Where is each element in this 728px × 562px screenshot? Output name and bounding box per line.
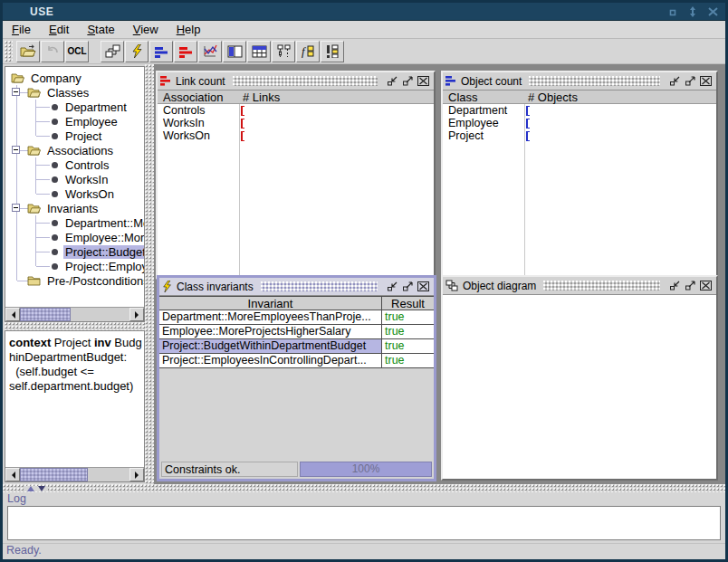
class-invariants-titlebar[interactable]: Class invariants [159, 278, 434, 296]
column-header-links[interactable]: # Links [237, 90, 434, 103]
tree-expander-associations[interactable] [12, 146, 20, 154]
scroll-right-button[interactable] [129, 468, 144, 481]
column-header-association[interactable]: Association [158, 90, 237, 103]
window-maximize-button[interactable] [685, 5, 700, 18]
column-header-class[interactable]: Class [443, 90, 522, 103]
object-properties-view-button[interactable] [223, 41, 246, 62]
object-diagram-titlebar[interactable]: Object diagram [443, 277, 716, 295]
open-file-button[interactable] [16, 41, 40, 62]
table-row[interactable]: Project [443, 129, 716, 142]
tree-item-invariant-department[interactable]: Department::Mo [52, 215, 144, 230]
frame-maximize-button[interactable] [400, 280, 416, 294]
table-row[interactable]: WorksIn [158, 117, 434, 129]
table-row[interactable]: Department [443, 104, 716, 117]
table-row[interactable]: Controls [158, 104, 434, 117]
frame-minimize-button[interactable] [385, 74, 400, 89]
frame-close-button[interactable] [416, 280, 431, 294]
maximize-icon [402, 76, 414, 86]
tree-item-worksin[interactable]: WorksIn [52, 172, 110, 186]
tree-item-workson[interactable]: WorksOn [52, 186, 116, 201]
tree-item-controls[interactable]: Controls [52, 157, 110, 172]
log-splitter[interactable] [3, 484, 725, 492]
invariant-row[interactable]: Project::EmployeesInControllingDepart...… [159, 354, 434, 368]
class-invariants-view-button[interactable] [125, 41, 148, 62]
log-text-area[interactable] [7, 506, 721, 540]
menu-edit[interactable]: Edit [45, 21, 78, 38]
column-header-result[interactable]: Result [382, 297, 434, 310]
table-header[interactable]: Association # Links [158, 90, 434, 104]
object-diagram-frame[interactable]: Object diagram [441, 275, 718, 481]
class-invariants-frame[interactable]: Class invariants Invariant Result Depart… [157, 275, 436, 481]
scroll-left-button[interactable] [5, 468, 20, 481]
tree-expander-invariants[interactable] [12, 204, 20, 212]
toolbar-grip[interactable] [5, 41, 13, 62]
scroll-right-button[interactable] [129, 308, 144, 321]
frame-maximize-button[interactable] [400, 74, 416, 89]
tree-item-invariant-project-budget[interactable]: Project::Budget [52, 244, 144, 259]
class-extent-view-button[interactable] [247, 41, 271, 62]
scrollbar-thumb[interactable] [20, 308, 71, 321]
class-diagram-view-button[interactable] [101, 41, 124, 62]
menu-view[interactable]: View [129, 21, 168, 38]
splitter-expand-up-icon[interactable] [27, 486, 34, 491]
use-main-window: USE File Edit State View Help O [0, 0, 728, 562]
splitter-collapse-down-icon[interactable] [38, 486, 45, 491]
tree-item-associations[interactable]: Associations [27, 143, 115, 157]
tree-item-preconditions[interactable]: Pre-/Postconditions [27, 273, 144, 288]
table-header[interactable]: Class # Objects [443, 90, 716, 104]
object-count-titlebar[interactable]: Object count [443, 72, 716, 90]
window-titlebar[interactable]: USE [3, 3, 725, 21]
tree-item-invariants[interactable]: Invariants [27, 201, 100, 215]
tree-item-invariant-employee[interactable]: Employee::More [52, 230, 144, 244]
command-list-view-button[interactable] [321, 41, 344, 62]
frame-minimize-button[interactable] [667, 279, 683, 293]
tree-horizontal-scrollbar[interactable] [5, 307, 144, 321]
link-count-frame[interactable]: Link count Association # Links Controls … [156, 71, 436, 280]
window-title: USE [30, 5, 53, 18]
frame-maximize-button[interactable] [683, 279, 698, 293]
link-count-titlebar[interactable]: Link count [158, 72, 434, 90]
menu-file[interactable]: File [8, 21, 40, 38]
invariant-row[interactable]: Department::MoreEmployeesThanProje... tr… [159, 310, 434, 325]
object-count-view-button[interactable] [149, 41, 173, 62]
bullet-icon [52, 119, 58, 125]
column-header-invariant[interactable]: Invariant [159, 297, 382, 310]
frame-close-button[interactable] [416, 74, 431, 89]
tree-item-project[interactable]: Project [52, 129, 103, 143]
table-row[interactable]: WorksOn [158, 129, 434, 142]
frame-minimize-button[interactable] [385, 280, 400, 294]
menu-help[interactable]: Help [173, 21, 210, 38]
table-header[interactable]: Invariant Result [159, 296, 434, 310]
scroll-left-button[interactable] [5, 308, 20, 321]
main-vertical-splitter[interactable] [145, 64, 154, 484]
invariant-row-selected[interactable]: Project::BudgetWithinDepartmentBudget tr… [159, 339, 434, 354]
tree-expander-classes[interactable] [12, 88, 20, 96]
state-evolution-view-button[interactable] [198, 41, 222, 62]
object-diagram-canvas[interactable] [443, 295, 716, 479]
ocl-horizontal-scrollbar[interactable] [5, 467, 144, 481]
window-close-button[interactable] [705, 5, 720, 18]
frame-minimize-button[interactable] [667, 74, 683, 89]
frame-close-button[interactable] [698, 74, 714, 89]
tree-item-invariant-project-employees[interactable]: Project::Employ [52, 259, 144, 273]
ocl-evaluate-button[interactable]: OCL [65, 41, 89, 62]
column-header-objects[interactable]: # Objects [522, 90, 716, 103]
left-horizontal-splitter[interactable] [5, 322, 145, 330]
tree-item-classes[interactable]: Classes [27, 85, 91, 100]
frame-close-button[interactable] [698, 279, 714, 293]
link-count-view-button[interactable] [174, 41, 197, 62]
tree-item-company[interactable]: Company [11, 71, 83, 85]
window-minimize-button[interactable] [666, 5, 680, 18]
tree-item-employee[interactable]: Employee [52, 114, 120, 129]
invariants-status-bar: Constraints ok. 100% [159, 461, 434, 479]
object-count-frame[interactable]: Object count Class # Objects Department … [441, 71, 718, 280]
scrollbar-thumb[interactable] [20, 468, 88, 481]
invariant-row[interactable]: Employee::MoreProjectsHigherSalary true [159, 325, 434, 339]
call-stack-view-button[interactable]: f [296, 41, 320, 62]
table-row[interactable]: Employee [443, 117, 716, 129]
undo-button[interactable] [41, 41, 64, 62]
sequence-diagram-view-button[interactable] [272, 41, 295, 62]
tree-item-department[interactable]: Department [52, 100, 129, 114]
frame-maximize-button[interactable] [683, 74, 698, 89]
menu-state[interactable]: State [83, 21, 123, 38]
